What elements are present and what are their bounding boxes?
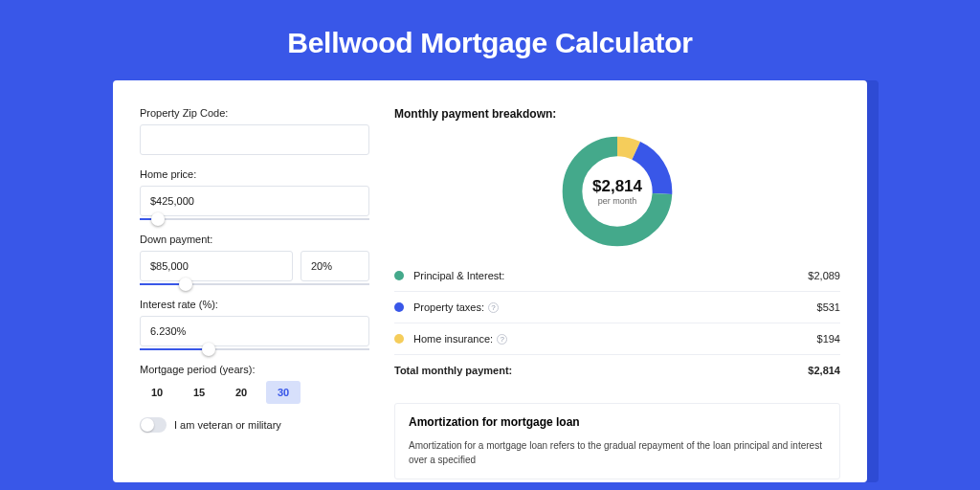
veteran-row: I am veteran or military xyxy=(140,417,369,433)
breakdown-column: Monthly payment breakdown: $2,814 per mo… xyxy=(394,107,840,482)
down-payment-field-block: Down payment: xyxy=(140,234,369,285)
home-price-slider[interactable] xyxy=(140,218,369,220)
interest-input[interactable] xyxy=(140,316,369,346)
amortization-text: Amortization for a mortgage loan refers … xyxy=(409,438,826,467)
legend-dot-taxes xyxy=(394,302,404,312)
interest-slider[interactable] xyxy=(140,348,369,350)
legend-label-total: Total monthly payment: xyxy=(394,365,808,376)
home-price-input[interactable] xyxy=(140,186,369,216)
interest-slider-thumb[interactable] xyxy=(202,343,215,356)
down-payment-slider-thumb[interactable] xyxy=(179,278,192,291)
down-payment-input[interactable] xyxy=(140,251,293,281)
legend-label-insurance: Home insurance: ? xyxy=(413,333,817,345)
page-title: Bellwood Mortgage Calculator xyxy=(0,27,980,59)
legend-row-taxes: Property taxes: ? $531 xyxy=(394,292,840,323)
donut-amount: $2,814 xyxy=(592,177,642,196)
breakdown-title: Monthly payment breakdown: xyxy=(394,107,840,121)
legend: Principal & Interest: $2,089 Property ta… xyxy=(394,260,840,386)
veteran-toggle[interactable] xyxy=(140,417,167,433)
legend-value-taxes: $531 xyxy=(817,301,840,313)
legend-row-total: Total monthly payment: $2,814 xyxy=(394,355,840,386)
info-icon[interactable]: ? xyxy=(488,302,499,313)
interest-field-block: Interest rate (%): xyxy=(140,299,369,350)
down-payment-label: Down payment: xyxy=(140,234,369,245)
period-option-15[interactable]: 15 xyxy=(182,381,216,404)
period-option-30[interactable]: 30 xyxy=(266,381,301,404)
legend-value-insurance: $194 xyxy=(817,333,840,345)
donut-chart-wrap: $2,814 per month xyxy=(394,132,840,251)
zip-label: Property Zip Code: xyxy=(140,107,369,119)
legend-row-principal: Principal & Interest: $2,089 xyxy=(394,260,840,292)
donut-sub: per month xyxy=(598,196,637,206)
legend-label-principal: Principal & Interest: xyxy=(413,270,808,281)
home-price-label: Home price: xyxy=(140,168,369,180)
legend-row-insurance: Home insurance: ? $194 xyxy=(394,323,840,355)
home-price-field-block: Home price: xyxy=(140,168,369,220)
legend-value-total: $2,814 xyxy=(808,365,840,376)
zip-input[interactable] xyxy=(140,124,369,155)
hero: Bellwood Mortgage Calculator xyxy=(0,0,980,80)
amortization-title: Amortization for mortgage loan xyxy=(409,415,826,429)
legend-value-principal: $2,089 xyxy=(808,270,840,281)
veteran-toggle-knob xyxy=(141,418,154,432)
calculator-panel: Property Zip Code: Home price: Down paym… xyxy=(113,80,867,482)
home-price-slider-thumb[interactable] xyxy=(151,212,165,226)
form-column: Property Zip Code: Home price: Down paym… xyxy=(140,107,369,482)
veteran-label: I am veteran or military xyxy=(174,419,281,431)
donut-chart: $2,814 per month xyxy=(558,132,677,251)
zip-field-block: Property Zip Code: xyxy=(140,107,369,155)
amortization-card: Amortization for mortgage loan Amortizat… xyxy=(394,403,840,479)
legend-dot-insurance xyxy=(394,334,404,344)
down-payment-slider[interactable] xyxy=(140,283,369,285)
down-payment-pct-input[interactable] xyxy=(301,251,369,281)
period-options: 10 15 20 30 xyxy=(140,381,369,404)
period-option-20[interactable]: 20 xyxy=(224,381,258,404)
info-icon[interactable]: ? xyxy=(497,334,507,345)
interest-label: Interest rate (%): xyxy=(140,299,369,310)
period-field-block: Mortgage period (years): 10 15 20 30 xyxy=(140,364,369,404)
period-label: Mortgage period (years): xyxy=(140,364,369,375)
legend-label-taxes: Property taxes: ? xyxy=(413,301,817,313)
legend-dot-principal xyxy=(394,271,404,280)
period-option-10[interactable]: 10 xyxy=(140,381,174,404)
donut-center: $2,814 per month xyxy=(558,132,677,251)
